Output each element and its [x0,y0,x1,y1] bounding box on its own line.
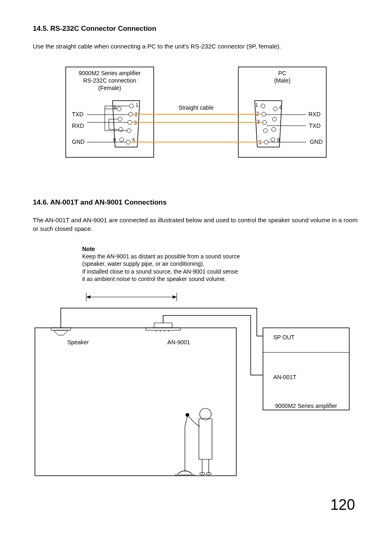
svg-marker-40 [173,295,177,299]
person-icon [175,408,212,475]
svg-point-14 [263,129,267,133]
svg-point-2 [129,104,134,108]
left-pin-6: 6 [114,105,117,111]
svg-point-3 [129,112,133,116]
rs232-diagram: 9000M2 Series amplifier RS-232C connecti… [33,63,359,170]
page: 14.5. RS-232C Connector Connection Use t… [0,0,392,530]
svg-point-4 [128,120,132,124]
svg-point-13 [263,120,267,124]
cable-label: Straight cable [178,104,214,111]
svg-line-57 [185,417,187,426]
amp-label: 9000M2 Series amplifier [275,403,337,409]
right-pin-6: 6 [279,105,282,111]
svg-point-8 [118,117,122,121]
svg-point-17 [272,117,277,121]
svg-rect-42 [51,328,71,330]
left-box-text2: RS-232C connection [83,77,136,84]
svg-rect-44 [146,328,180,330]
page-number: 120 [33,496,359,514]
right-box-text2: (Male) [274,77,291,84]
note-line4: it as ambient noise to control the speak… [82,276,226,282]
section-14-5-text: Use the straight cable when connecting a… [33,42,359,51]
svg-point-18 [272,127,276,131]
svg-point-56 [186,413,189,417]
note-line3: If installed close to a sound source, th… [82,268,238,275]
section-14-6-text: The AN-001T and AN-9001 are connected as… [33,216,359,233]
section-14-6-heading: 14.6. AN-001T and AN-9001 Connections [33,198,359,207]
svg-point-15 [264,140,268,144]
note-block: Note Keep the AN-9001 as distant as poss… [82,245,359,283]
note-line1: Keep the AN-9001 as distant as possible … [82,253,240,260]
svg-rect-43 [154,323,172,328]
note-line2: (speaker, water supply pipe, or air cond… [82,260,204,267]
right-pin-1: 1 [255,102,258,108]
svg-point-10 [120,138,124,142]
right-gnd-label: GND [310,138,323,145]
left-txd-label: TXD [72,111,83,117]
svg-point-5 [127,129,131,133]
an-connection-diagram: Speaker AN-9001 SP OUT AN-001T 9000M2 Se… [33,287,359,480]
left-box-text1: 9000M2 Series amplifier [79,70,141,76]
an9001-label: AN-9001 [167,339,190,345]
left-gnd-label: GND [72,138,85,145]
svg-point-16 [273,107,277,111]
right-rxd-label: RXD [308,111,321,117]
speaker-label: Speaker [67,339,89,345]
svg-point-6 [126,140,130,144]
an001t-label: AN-001T [273,374,296,380]
svg-marker-39 [86,295,90,299]
svg-point-11 [261,104,265,108]
spout-label: SP OUT [273,334,295,341]
svg-point-7 [117,107,121,111]
svg-point-12 [262,112,266,116]
right-box-text1: PC [278,70,286,76]
right-txd-label: TXD [309,122,321,129]
svg-point-19 [271,138,275,142]
left-pin-1: 1 [136,102,138,108]
section-14-5-heading: 14.5. RS-232C Connector Connection [33,25,359,33]
note-title: Note [82,246,95,252]
left-box-text3: (Female) [98,85,121,91]
left-rxd-label: RXD [72,122,84,129]
svg-rect-41 [35,328,236,476]
